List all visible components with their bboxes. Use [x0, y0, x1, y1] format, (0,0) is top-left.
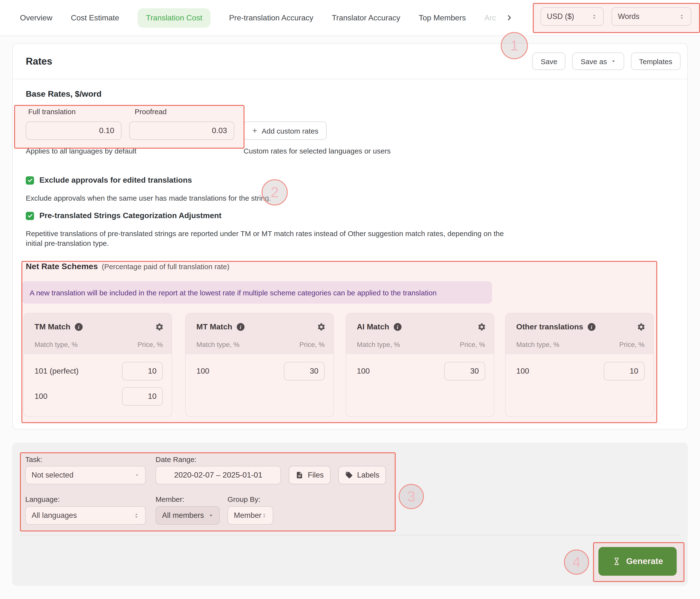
tm-match-columns: Match type, % Price, % — [34, 339, 163, 350]
mt-match-title: MT Match — [196, 322, 232, 331]
gear-icon[interactable] — [477, 322, 486, 331]
mt-match-card: MT Match Match type, % Price, % 100 30 — [185, 313, 334, 417]
ai-match-card: AI Match Match type, % Price, % 100 30 — [346, 313, 494, 417]
report-tabs: Overview Cost Estimate Translation Cost … — [20, 0, 513, 35]
pretranslated-adjustment-option: Pre-translated Strings Categorization Ad… — [26, 211, 221, 220]
caret-down-icon — [135, 473, 140, 477]
net-rate-schemes-heading: Net Rate Schemes(Percentage paid of full… — [26, 262, 229, 271]
base-rates-heading: Base Rates, $/word — [26, 89, 102, 99]
price-input[interactable]: 10 — [122, 362, 163, 381]
group-by-label: Group By: — [227, 495, 260, 503]
task-label: Task: — [25, 455, 42, 464]
tab-translation-cost[interactable]: Translation Cost — [138, 8, 211, 27]
rates-panel: Rates Save Save as Templates Base Rates,… — [12, 43, 688, 429]
date-range-label: Date Range: — [155, 455, 196, 464]
price-input[interactable]: 30 — [284, 362, 325, 381]
tab-overview[interactable]: Overview — [20, 14, 52, 22]
info-icon[interactable] — [237, 323, 245, 331]
price-col-label: Price, % — [299, 341, 325, 348]
group-by-select[interactable]: Member — [227, 506, 273, 525]
templates-button[interactable]: Templates — [631, 52, 680, 70]
add-custom-rates-button[interactable]: Add custom rates — [244, 122, 327, 140]
match-type-col-label: Match type, % — [516, 341, 559, 348]
gear-icon[interactable] — [317, 322, 326, 331]
gear-icon[interactable] — [637, 322, 646, 331]
pretranslated-adjustment-description: Repetitive translations of pre-translate… — [26, 229, 505, 248]
hourglass-icon — [612, 557, 621, 566]
price-input[interactable]: 30 — [444, 362, 485, 381]
document-icon — [296, 471, 303, 479]
add-custom-rates-label: Add custom rates — [262, 127, 318, 135]
task-select[interactable]: Not selected — [25, 466, 146, 484]
info-icon[interactable] — [588, 323, 596, 331]
member-select-button[interactable]: All members — [155, 506, 220, 525]
tm-match-title-row: TM Match — [34, 319, 164, 335]
plus-icon — [252, 127, 258, 134]
tab-archived-truncated[interactable]: Arc — [484, 14, 496, 22]
report-tabs-bar: Overview Cost Estimate Translation Cost … — [0, 0, 700, 36]
tm-match-card: TM Match Match type, % Price, % 101 (per… — [23, 313, 172, 417]
exclude-approvals-checkbox[interactable] — [26, 176, 34, 184]
rates-header-actions: Save Save as Templates — [532, 52, 680, 70]
tag-icon — [345, 471, 353, 479]
page-title: Rates — [26, 56, 52, 67]
custom-rates-note: Custom rates for selected languages or u… — [244, 147, 391, 155]
language-value: All languages — [32, 511, 77, 520]
tab-pre-translation-accuracy[interactable]: Pre-translation Accuracy — [229, 14, 313, 22]
units-value: Words — [618, 12, 640, 21]
price-input[interactable]: 10 — [122, 387, 163, 406]
net-rate-schemes-subtitle: (Percentage paid of full translation rat… — [102, 262, 229, 270]
base-rates-note: Applies to all languages by default — [26, 147, 136, 155]
language-select[interactable]: All languages — [25, 506, 146, 525]
currency-select[interactable]: USD ($) — [541, 7, 604, 26]
info-icon[interactable] — [75, 323, 83, 331]
rates-header: Rates Save Save as Templates — [12, 44, 688, 79]
units-select[interactable]: Words — [611, 7, 691, 26]
date-range-input[interactable]: 2020-02-07 – 2025-01-01 — [155, 466, 281, 484]
generate-button[interactable]: Generate — [598, 547, 677, 576]
labels-label: Labels — [357, 471, 379, 479]
exclude-approvals-option: Exclude approvals for edited translation… — [26, 176, 192, 185]
sorter-icon — [591, 14, 597, 20]
pretranslated-adjustment-label: Pre-translated Strings Categorization Ad… — [40, 211, 221, 220]
exclude-approvals-label: Exclude approvals for edited translation… — [40, 176, 192, 185]
labels-button[interactable]: Labels — [338, 466, 386, 484]
mt-match-row: 100 30 — [196, 362, 325, 381]
price-input[interactable]: 10 — [604, 362, 645, 381]
save-button[interactable]: Save — [532, 52, 565, 70]
currency-value: USD ($) — [547, 12, 574, 21]
full-translation-input[interactable]: 0.10 — [26, 122, 122, 140]
tab-translator-accuracy[interactable]: Translator Accuracy — [332, 14, 400, 22]
other-translations-title-row: Other translations — [516, 319, 646, 335]
sorter-icon — [261, 512, 267, 519]
info-icon[interactable] — [394, 323, 401, 331]
ai-match-row: 100 30 — [357, 362, 485, 381]
files-button[interactable]: Files — [289, 466, 330, 484]
tm-match-title: TM Match — [34, 322, 71, 331]
price-col-label: Price, % — [138, 341, 163, 348]
match-type-value: 100 — [516, 367, 529, 375]
pretranslated-adjustment-checkbox[interactable] — [26, 212, 34, 220]
member-label: Member: — [155, 495, 184, 503]
panel-divider — [20, 535, 680, 536]
tabs-scroll-right-button[interactable] — [506, 14, 513, 21]
ai-match-title: AI Match — [357, 322, 389, 331]
mt-match-title-row: MT Match — [196, 319, 326, 335]
proofread-input[interactable]: 0.03 — [129, 122, 234, 140]
tm-match-row: 101 (perfect) 10 — [34, 362, 163, 381]
match-type-col-label: Match type, % — [196, 341, 240, 348]
caret-down-icon — [611, 59, 616, 63]
generate-label: Generate — [626, 556, 663, 567]
tab-cost-estimate[interactable]: Cost Estimate — [71, 14, 119, 22]
tab-top-members[interactable]: Top Members — [419, 14, 466, 22]
match-type-value: 100 — [196, 367, 209, 375]
report-page: Overview Cost Estimate Translation Cost … — [0, 0, 700, 599]
net-rate-schemes-title: Net Rate Schemes — [26, 262, 98, 271]
report-filters-panel: Task: Date Range: Not selected 2020-02-0… — [12, 443, 688, 586]
gear-icon[interactable] — [155, 322, 164, 331]
save-as-button[interactable]: Save as — [572, 52, 624, 70]
language-label: Language: — [25, 495, 60, 503]
other-translations-card: Other translations Match type, % Price, … — [505, 313, 654, 417]
match-type-value: 100 — [357, 367, 370, 375]
chevron-right-icon — [506, 14, 513, 21]
